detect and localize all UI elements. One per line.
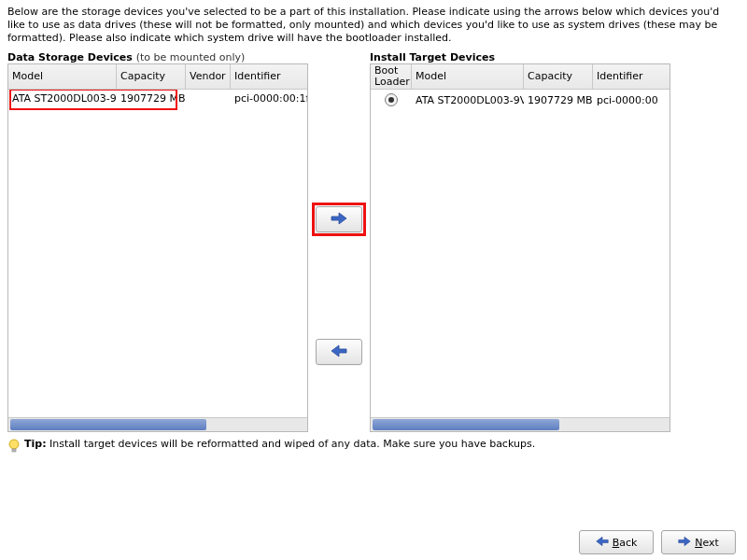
- intro-text: Below are the storage devices you've sel…: [7, 6, 740, 44]
- col-model[interactable]: Model: [412, 64, 524, 89]
- col-identifier[interactable]: Identifier: [593, 64, 669, 89]
- arrow-left-icon: [331, 344, 347, 360]
- arrow-left-icon: [596, 536, 609, 550]
- data-storage-list[interactable]: ATA ST2000DL003-9VT1 1907729 MB pci-0000…: [8, 90, 307, 417]
- back-button[interactable]: Back: [579, 530, 654, 554]
- col-capacity[interactable]: Capacity: [117, 64, 186, 89]
- move-right-button[interactable]: [316, 206, 362, 232]
- bootloader-radio[interactable]: [385, 93, 398, 106]
- tip-row: Tip: Install target devices will be refo…: [7, 438, 740, 457]
- data-storage-title: Data Storage Devices (to be mounted only…: [7, 51, 308, 63]
- cell-model: ATA ST2000DL003-9VT1: [8, 91, 117, 105]
- cell-identifier: pci-0000:00:1f.2-scsi-1:0:0: [231, 91, 307, 105]
- next-label: Next: [695, 537, 719, 549]
- table-row[interactable]: ATA ST2000DL003-9VT1 1907729 MB pci-0000…: [371, 91, 669, 109]
- install-target-panel: Boot Loader Model Capacity Identifier AT…: [370, 63, 670, 432]
- tip-label: Tip:: [24, 438, 47, 450]
- table-row[interactable]: ATA ST2000DL003-9VT1 1907729 MB pci-0000…: [8, 90, 307, 107]
- highlight-box: [312, 203, 366, 236]
- col-bootloader[interactable]: Boot Loader: [371, 64, 412, 89]
- install-target-title: Install Target Devices: [370, 51, 670, 63]
- cell-identifier: pci-0000:00: [593, 93, 669, 107]
- col-capacity[interactable]: Capacity: [524, 64, 593, 89]
- back-label: Back: [613, 537, 638, 549]
- move-left-button[interactable]: [316, 339, 362, 365]
- col-vendor[interactable]: Vendor: [186, 64, 231, 89]
- install-target-list[interactable]: ATA ST2000DL003-9VT1 1907729 MB pci-0000…: [371, 90, 669, 417]
- col-model[interactable]: Model: [8, 64, 117, 89]
- cell-capacity: 1907729 MB: [117, 91, 186, 105]
- cell-model: ATA ST2000DL003-9VT1: [412, 93, 524, 107]
- scroll-thumb[interactable]: [10, 419, 206, 430]
- scroll-thumb[interactable]: [373, 419, 559, 430]
- col-identifier[interactable]: Identifier: [231, 64, 307, 89]
- cell-capacity: 1907729 MB: [524, 93, 593, 107]
- h-scrollbar[interactable]: [371, 417, 669, 431]
- arrow-right-icon: [331, 212, 347, 228]
- next-button[interactable]: Next: [661, 530, 736, 554]
- h-scrollbar[interactable]: [8, 417, 307, 431]
- arrow-right-icon: [678, 536, 691, 550]
- svg-point-0: [9, 440, 19, 449]
- install-target-header[interactable]: Boot Loader Model Capacity Identifier: [371, 64, 669, 90]
- data-storage-panel: Model Capacity Vendor Identifier ATA ST2…: [7, 63, 308, 432]
- data-storage-header[interactable]: Model Capacity Vendor Identifier: [8, 64, 307, 90]
- cell-vendor: [186, 97, 231, 99]
- svg-rect-1: [12, 449, 16, 452]
- lightbulb-icon: [7, 439, 21, 457]
- tip-text: Install target devices will be reformatt…: [49, 438, 535, 450]
